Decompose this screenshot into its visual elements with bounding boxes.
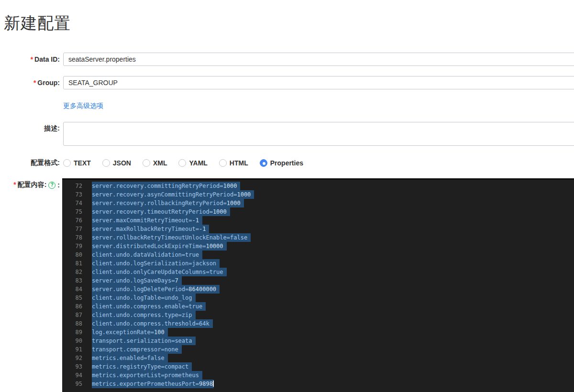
group-row: *Group: — [0, 76, 574, 89]
code-line[interactable]: 81client.undo.logSerialization=jackson — [62, 259, 574, 268]
code-line[interactable]: 75server.recovery.timeoutRetryPeriod=100… — [62, 207, 574, 216]
format-row: 配置格式: TEXTJSONXMLYAMLHTMLProperties — [0, 159, 574, 167]
code-text: log.exceptionRate=100 — [92, 328, 168, 337]
line-number: 77 — [62, 225, 82, 233]
code-line[interactable]: 72server.recovery.committingRetryPeriod=… — [62, 182, 574, 190]
data-id-row: *Data ID: — [0, 53, 574, 66]
code-text: server.recovery.timeoutRetryPeriod=1000 — [92, 207, 230, 216]
format-radio-group: TEXTJSONXMLYAMLHTMLProperties — [63, 159, 574, 167]
required-asterisk: * — [13, 181, 16, 188]
code-line[interactable]: 90transport.serialization=seata — [62, 337, 574, 345]
line-number: 87 — [62, 311, 82, 319]
code-line[interactable]: 74server.recovery.rollbackingRetryPeriod… — [62, 199, 574, 207]
format-radio-properties[interactable]: Properties — [260, 159, 303, 167]
content-row: *配置内容: ? : 72server.recovery.committingR… — [0, 178, 574, 392]
code-text: server.recovery.asynCommittingRetryPerio… — [92, 190, 254, 199]
code-line[interactable]: 78server.rollbackRetryTimeoutUnlockEnabl… — [62, 233, 574, 242]
code-line[interactable]: 85client.undo.logTable=undo_log — [62, 294, 574, 302]
line-number: 88 — [62, 319, 82, 328]
radio-circle-icon[interactable] — [143, 159, 150, 167]
line-number: 84 — [62, 285, 82, 294]
format-radio-label: XML — [153, 159, 167, 167]
format-radio-label: TEXT — [74, 159, 91, 167]
code-text: server.maxCommitRetryTimeout=-1 — [92, 216, 202, 225]
line-number: 90 — [62, 337, 82, 345]
code-text: client.undo.logSerialization=jackson — [92, 259, 220, 268]
code-line[interactable]: 91transport.compressor=none — [62, 345, 574, 354]
radio-circle-icon[interactable] — [260, 159, 267, 167]
data-id-input[interactable] — [63, 53, 574, 66]
code-line[interactable]: 95metrics.exporterPrometheusPort=9898 — [62, 380, 574, 388]
code-text: metrics.registryType=compact — [92, 362, 192, 371]
line-number: 79 — [62, 242, 82, 250]
code-text: server.maxRollbackRetryTimeout=-1 — [92, 225, 209, 233]
code-line[interactable]: 86client.undo.compress.enable=true — [62, 302, 574, 311]
line-number: 94 — [62, 371, 82, 380]
code-line[interactable]: 76server.maxCommitRetryTimeout=-1 — [62, 216, 574, 225]
line-number: 92 — [62, 354, 82, 362]
line-number: 93 — [62, 362, 82, 371]
code-line[interactable]: 88client.undo.compress.threshold=64k — [62, 319, 574, 328]
description-textarea[interactable] — [63, 122, 574, 146]
code-line[interactable]: 82client.undo.onlyCareUpdateColumns=true — [62, 268, 574, 276]
format-radio-label: JSON — [113, 159, 131, 167]
code-line[interactable]: 79server.distributedLockExpireTime=10000 — [62, 242, 574, 250]
group-input[interactable] — [63, 76, 574, 89]
code-text: metrics.exporterPrometheusPort=9898 — [92, 380, 214, 388]
radio-circle-icon[interactable] — [219, 159, 227, 167]
line-number: 85 — [62, 294, 82, 302]
code-text: server.rollbackRetryTimeoutUnlockEnable=… — [92, 233, 251, 242]
page-title: 新建配置 — [4, 12, 574, 34]
code-line[interactable]: 84server.undo.logDeletePeriod=86400000 — [62, 285, 574, 294]
data-id-label: *Data ID: — [0, 55, 60, 63]
radio-circle-icon[interactable] — [63, 159, 71, 167]
format-radio-text[interactable]: TEXT — [63, 159, 91, 167]
required-asterisk: * — [31, 55, 33, 63]
content-label: *配置内容: ? : — [0, 178, 60, 189]
code-text: server.distributedLockExpireTime=10000 — [92, 242, 227, 250]
code-line[interactable]: 93metrics.registryType=compact — [62, 362, 574, 371]
code-text: client.undo.logTable=undo_log — [92, 294, 196, 302]
line-number: 78 — [62, 233, 82, 242]
format-label: 配置格式: — [0, 159, 60, 167]
code-text: metrics.enabled=false — [92, 354, 168, 362]
code-text: server.recovery.committingRetryPeriod=10… — [92, 182, 240, 190]
description-row: 描述: — [0, 122, 574, 148]
line-number: 76 — [62, 216, 82, 225]
line-number: 73 — [62, 190, 82, 199]
radio-circle-icon[interactable] — [102, 159, 110, 167]
format-radio-html[interactable]: HTML — [219, 159, 248, 167]
code-line[interactable]: 94metrics.exporterList=prometheus — [62, 371, 574, 380]
line-number: 75 — [62, 207, 82, 216]
code-line[interactable]: 92metrics.enabled=false — [62, 354, 574, 362]
code-text: metrics.exporterList=prometheus — [92, 371, 202, 380]
config-content-editor[interactable]: 72server.recovery.committingRetryPeriod=… — [62, 178, 574, 392]
code-line[interactable]: 87client.undo.compress.type=zip — [62, 311, 574, 319]
format-radio-json[interactable]: JSON — [102, 159, 131, 167]
line-number: 81 — [62, 259, 82, 268]
code-line[interactable]: 89log.exceptionRate=100 — [62, 328, 574, 337]
code-text: client.undo.compress.threshold=64k — [92, 319, 213, 328]
code-line[interactable]: 83server.undo.logSaveDays=7 — [62, 276, 574, 285]
code-line[interactable]: 73server.recovery.asynCommittingRetryPer… — [62, 190, 574, 199]
format-radio-yaml[interactable]: YAML — [178, 159, 207, 167]
line-number: 95 — [62, 380, 82, 388]
line-number: 80 — [62, 250, 82, 259]
code-line[interactable]: 80client.undo.dataValidation=true — [62, 250, 574, 259]
format-radio-label: YAML — [189, 159, 207, 167]
line-number: 91 — [62, 345, 82, 354]
required-asterisk: * — [33, 79, 36, 87]
code-text: transport.serialization=seata — [92, 337, 196, 345]
editor-lines: 72server.recovery.committingRetryPeriod=… — [62, 180, 574, 388]
code-text: transport.compressor=none — [92, 345, 182, 354]
question-circle-icon[interactable]: ? — [48, 182, 55, 189]
code-text: server.undo.logDeletePeriod=86400000 — [92, 285, 220, 294]
group-label: *Group: — [0, 79, 60, 87]
format-radio-xml[interactable]: XML — [143, 159, 167, 167]
code-line[interactable]: 77server.maxRollbackRetryTimeout=-1 — [62, 225, 574, 233]
line-number: 74 — [62, 199, 82, 207]
radio-circle-icon[interactable] — [178, 159, 186, 167]
line-number: 72 — [62, 182, 82, 190]
line-number: 86 — [62, 302, 82, 311]
more-advanced-options-link[interactable]: 更多高级选项 — [63, 102, 103, 109]
